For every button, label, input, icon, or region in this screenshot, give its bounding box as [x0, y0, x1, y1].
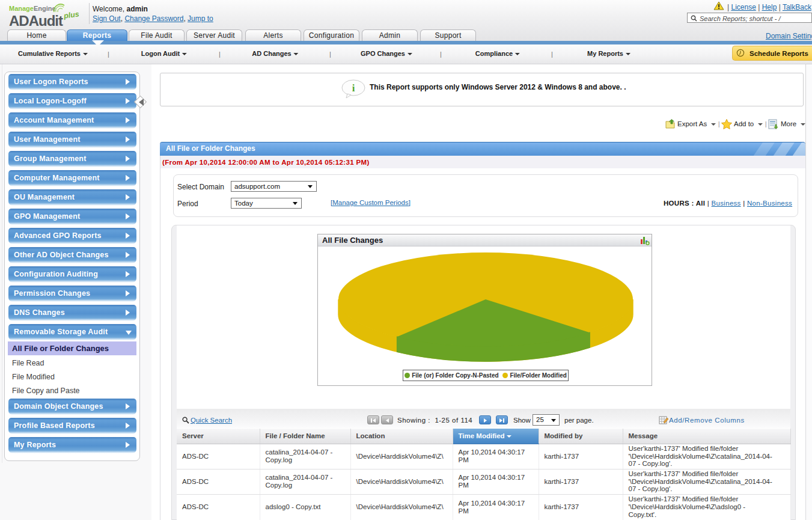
- svg-text:i: i: [352, 82, 355, 94]
